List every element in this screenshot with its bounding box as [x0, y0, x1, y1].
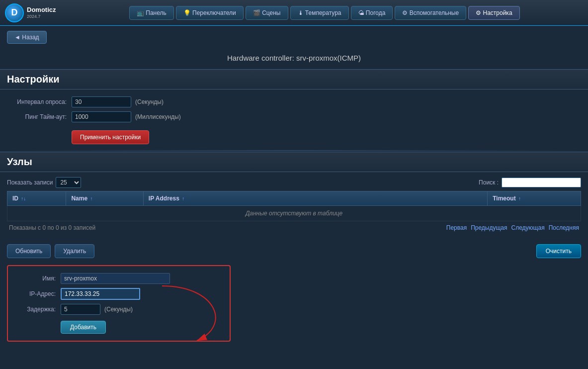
timeout-unit: (Миллисекунды): [135, 113, 181, 120]
back-section: ◄ Назад: [0, 26, 588, 49]
divider-1: [0, 150, 588, 151]
logo-area: D Domoticz 2024.7: [5, 3, 56, 22]
col-ip[interactable]: IP Address ↑: [143, 191, 487, 206]
col-name-sort: ↑: [90, 196, 92, 201]
ip-row: IP-Адрес:: [16, 288, 222, 300]
col-name[interactable]: Name ↑: [66, 191, 143, 206]
pag-prev[interactable]: Предыдущая: [471, 224, 507, 231]
col-name-label: Name: [71, 195, 87, 202]
pag-last[interactable]: Последняя: [549, 224, 579, 231]
search-input[interactable]: [502, 178, 581, 187]
table-section: Показать записи 10 25 50 100 Поиск : ID …: [0, 172, 588, 239]
search-label: Поиск :: [479, 179, 499, 186]
nav-utility[interactable]: ⚙ Вспомогательные: [395, 6, 466, 20]
settings-section-header: Настройки: [0, 69, 588, 90]
timeout-row: Пинг Тайм-аут: (Миллисекунды): [7, 111, 581, 122]
col-id-sort: ↑↓: [21, 196, 26, 201]
timeout-label: Пинг Тайм-аут:: [7, 113, 72, 120]
col-timeout-sort: ↑: [518, 196, 521, 201]
delete-button[interactable]: Удалить: [55, 244, 94, 258]
name-label: Имя:: [16, 275, 61, 282]
add-button[interactable]: Добавить: [61, 321, 106, 334]
nav-temperature[interactable]: 🌡 Температура: [290, 6, 349, 20]
nav-items: 📺 Панель 💡 Переключатели 🎬 Сцены 🌡 Темпе…: [66, 6, 584, 20]
col-ip-sort: ↑: [182, 196, 184, 201]
ip-label: IP-Адрес:: [16, 290, 61, 297]
empty-message: Данные отсутствуют в таблице: [7, 206, 581, 221]
refresh-button[interactable]: Обновить: [7, 244, 51, 258]
logo-name: Domoticz: [27, 6, 56, 13]
table-header-row: ID ↑↓ Name ↑ IP Address ↑ Timeout ↑: [7, 191, 581, 206]
entries-select[interactable]: 10 25 50 100: [56, 177, 81, 188]
show-entries-control: Показать записи 10 25 50 100: [7, 177, 81, 188]
col-timeout-label: Timeout: [493, 195, 515, 202]
ip-input[interactable]: [61, 288, 140, 300]
interval-unit: (Секунды): [135, 98, 164, 105]
col-ip-label: IP Address: [149, 195, 179, 202]
delay-label: Задержка:: [16, 306, 61, 313]
nav-settings[interactable]: ⚙ Настройка: [468, 6, 519, 20]
add-node-form: Имя: IP-Адрес: Задержка: (Секунды) Добав…: [7, 265, 231, 342]
delay-input[interactable]: [61, 304, 100, 315]
interval-row: Интервал опроса: (Секунды): [7, 96, 581, 107]
pagination-buttons: Первая Предыдущая Следующая Последняя: [446, 224, 579, 231]
search-area: Поиск :: [479, 178, 581, 187]
settings-area: Интервал опроса: (Секунды) Пинг Тайм-аут…: [0, 90, 588, 149]
page-title: Hardware controller: srv-proxmox(ICMP): [0, 49, 588, 69]
nav-panel[interactable]: 📺 Панель: [129, 6, 174, 20]
back-button[interactable]: ◄ Назад: [7, 31, 47, 44]
name-input[interactable]: [61, 273, 170, 284]
nav-scenes[interactable]: 🎬 Сцены: [246, 6, 288, 20]
action-row: Обновить Удалить Очистить: [0, 239, 588, 265]
nodes-table: ID ↑↓ Name ↑ IP Address ↑ Timeout ↑: [7, 191, 581, 221]
empty-row: Данные отсутствуют в таблице: [7, 206, 581, 221]
interval-label: Интервал опроса:: [7, 98, 72, 105]
top-navigation: D Domoticz 2024.7 📺 Панель 💡 Переключате…: [0, 0, 588, 26]
col-id-label: ID: [12, 195, 18, 202]
pag-next[interactable]: Следующая: [511, 224, 545, 231]
pagination-row: Показаны с 0 по 0 из 0 записей Первая Пр…: [7, 221, 581, 234]
logo-icon: D: [5, 3, 24, 22]
delay-unit: (Секунды): [104, 306, 133, 313]
pag-first[interactable]: Первая: [446, 224, 467, 231]
col-timeout[interactable]: Timeout ↑: [488, 191, 581, 206]
delay-row: Задержка: (Секунды): [16, 304, 222, 315]
action-left: Обновить Удалить: [7, 244, 94, 258]
logo-year: 2024.7: [27, 14, 56, 19]
name-row: Имя:: [16, 273, 222, 284]
show-entries-label: Показать записи: [7, 179, 53, 186]
table-controls: Показать записи 10 25 50 100 Поиск :: [7, 177, 581, 188]
timeout-input[interactable]: [72, 111, 131, 122]
col-id[interactable]: ID ↑↓: [7, 191, 66, 206]
clear-button[interactable]: Очистить: [536, 244, 581, 258]
interval-input[interactable]: [72, 96, 131, 107]
pagination-info: Показаны с 0 по 0 из 0 записей: [9, 224, 95, 231]
nav-switches[interactable]: 💡 Переключатели: [176, 6, 244, 20]
apply-settings-button[interactable]: Применить настройки: [72, 130, 149, 144]
nav-weather[interactable]: 🌤 Погода: [351, 6, 393, 20]
nodes-section-header: Узлы: [0, 152, 588, 172]
